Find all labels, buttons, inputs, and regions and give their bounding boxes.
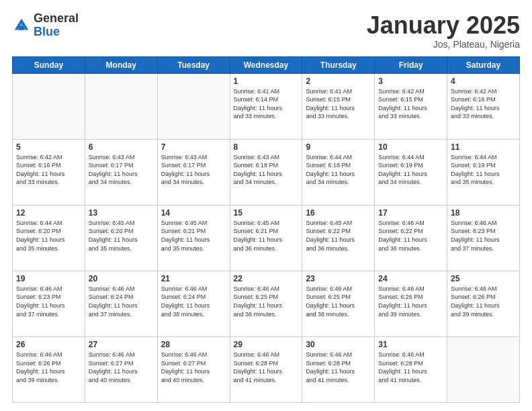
col-thursday: Thursday [302, 56, 375, 73]
day-info: Sunrise: 6:43 AM Sunset: 6:17 PM Dayligh… [161, 153, 226, 187]
day-info: Sunrise: 6:46 AM Sunset: 6:27 PM Dayligh… [161, 351, 226, 384]
col-monday: Monday [85, 56, 157, 73]
table-row: 9Sunrise: 6:44 AM Sunset: 6:18 PM Daylig… [302, 139, 375, 205]
day-number: 15 [234, 208, 299, 218]
calendar-week-row: 5Sunrise: 6:42 AM Sunset: 6:16 PM Daylig… [13, 139, 520, 205]
day-number: 27 [89, 340, 154, 349]
table-row: 24Sunrise: 6:46 AM Sunset: 6:26 PM Dayli… [375, 271, 447, 336]
day-number: 23 [306, 274, 371, 283]
day-number: 24 [378, 274, 443, 283]
table-row: 29Sunrise: 6:46 AM Sunset: 6:28 PM Dayli… [230, 336, 302, 402]
day-info: Sunrise: 6:45 AM Sunset: 6:21 PM Dayligh… [161, 219, 226, 253]
table-row: 1Sunrise: 6:41 AM Sunset: 6:14 PM Daylig… [230, 73, 302, 139]
table-row: 17Sunrise: 6:46 AM Sunset: 6:22 PM Dayli… [375, 205, 447, 271]
logo-icon [12, 16, 31, 35]
table-row: 4Sunrise: 6:42 AM Sunset: 6:16 PM Daylig… [447, 73, 520, 139]
table-row: 13Sunrise: 6:45 AM Sunset: 6:20 PM Dayli… [85, 205, 157, 271]
day-number: 12 [16, 208, 81, 218]
day-number: 1 [234, 77, 299, 86]
day-info: Sunrise: 6:42 AM Sunset: 6:15 PM Dayligh… [378, 87, 443, 121]
logo-text: General Blue [34, 12, 79, 39]
calendar-table: Sunday Monday Tuesday Wednesday Thursday… [12, 56, 520, 403]
day-info: Sunrise: 6:45 AM Sunset: 6:22 PM Dayligh… [306, 219, 371, 253]
table-row [85, 73, 157, 139]
day-info: Sunrise: 6:46 AM Sunset: 6:28 PM Dayligh… [306, 351, 371, 384]
table-row: 12Sunrise: 6:44 AM Sunset: 6:20 PM Dayli… [13, 205, 85, 271]
day-info: Sunrise: 6:43 AM Sunset: 6:18 PM Dayligh… [234, 153, 299, 187]
day-number: 13 [89, 208, 154, 218]
calendar-title: January 2025 [367, 12, 520, 39]
table-row: 2Sunrise: 6:41 AM Sunset: 6:15 PM Daylig… [302, 73, 375, 139]
day-number: 5 [16, 142, 81, 152]
table-row: 11Sunrise: 6:44 AM Sunset: 6:19 PM Dayli… [447, 139, 520, 205]
day-info: Sunrise: 6:46 AM Sunset: 6:23 PM Dayligh… [16, 285, 81, 318]
day-info: Sunrise: 6:46 AM Sunset: 6:28 PM Dayligh… [378, 351, 443, 384]
table-row: 27Sunrise: 6:46 AM Sunset: 6:27 PM Dayli… [85, 336, 157, 402]
day-number: 25 [451, 274, 516, 283]
day-number: 3 [378, 77, 443, 86]
day-info: Sunrise: 6:46 AM Sunset: 6:25 PM Dayligh… [234, 285, 299, 318]
day-info: Sunrise: 6:46 AM Sunset: 6:22 PM Dayligh… [378, 219, 443, 253]
table-row: 28Sunrise: 6:46 AM Sunset: 6:27 PM Dayli… [157, 336, 230, 402]
table-row: 16Sunrise: 6:45 AM Sunset: 6:22 PM Dayli… [302, 205, 375, 271]
day-number: 9 [306, 142, 371, 152]
header: General Blue January 2025 Jos, Plateau, … [12, 12, 520, 50]
day-number: 17 [378, 208, 443, 218]
logo-general-text: General [34, 12, 79, 26]
table-row: 25Sunrise: 6:46 AM Sunset: 6:26 PM Dayli… [447, 271, 520, 336]
day-number: 10 [378, 142, 443, 152]
table-row: 15Sunrise: 6:45 AM Sunset: 6:21 PM Dayli… [230, 205, 302, 271]
day-info: Sunrise: 6:42 AM Sunset: 6:16 PM Dayligh… [16, 153, 81, 187]
day-info: Sunrise: 6:41 AM Sunset: 6:15 PM Dayligh… [306, 87, 371, 121]
table-row: 19Sunrise: 6:46 AM Sunset: 6:23 PM Dayli… [13, 271, 85, 336]
day-info: Sunrise: 6:45 AM Sunset: 6:21 PM Dayligh… [234, 219, 299, 253]
day-info: Sunrise: 6:43 AM Sunset: 6:17 PM Dayligh… [89, 153, 154, 187]
day-info: Sunrise: 6:46 AM Sunset: 6:26 PM Dayligh… [451, 285, 516, 318]
day-info: Sunrise: 6:44 AM Sunset: 6:19 PM Dayligh… [451, 153, 516, 187]
day-info: Sunrise: 6:46 AM Sunset: 6:24 PM Dayligh… [89, 285, 154, 318]
page: General Blue January 2025 Jos, Plateau, … [0, 0, 532, 411]
table-row [157, 73, 230, 139]
col-sunday: Sunday [13, 56, 85, 73]
day-info: Sunrise: 6:45 AM Sunset: 6:20 PM Dayligh… [89, 219, 154, 253]
day-number: 22 [234, 274, 299, 283]
day-number: 14 [161, 208, 226, 218]
table-row: 21Sunrise: 6:46 AM Sunset: 6:24 PM Dayli… [157, 271, 230, 336]
table-row: 7Sunrise: 6:43 AM Sunset: 6:17 PM Daylig… [157, 139, 230, 205]
day-number: 28 [161, 340, 226, 349]
day-info: Sunrise: 6:41 AM Sunset: 6:14 PM Dayligh… [234, 87, 299, 121]
table-row: 26Sunrise: 6:46 AM Sunset: 6:26 PM Dayli… [13, 336, 85, 402]
day-info: Sunrise: 6:46 AM Sunset: 6:24 PM Dayligh… [161, 285, 226, 318]
day-number: 11 [451, 142, 516, 152]
table-row: 31Sunrise: 6:46 AM Sunset: 6:28 PM Dayli… [375, 336, 447, 402]
calendar-week-row: 1Sunrise: 6:41 AM Sunset: 6:14 PM Daylig… [13, 73, 520, 139]
table-row: 6Sunrise: 6:43 AM Sunset: 6:17 PM Daylig… [85, 139, 157, 205]
table-row: 22Sunrise: 6:46 AM Sunset: 6:25 PM Dayli… [230, 271, 302, 336]
table-row: 3Sunrise: 6:42 AM Sunset: 6:15 PM Daylig… [375, 73, 447, 139]
day-number: 8 [234, 142, 299, 152]
day-info: Sunrise: 6:46 AM Sunset: 6:25 PM Dayligh… [306, 285, 371, 318]
day-info: Sunrise: 6:46 AM Sunset: 6:27 PM Dayligh… [89, 351, 154, 384]
day-number: 20 [89, 274, 154, 283]
logo: General Blue [12, 12, 79, 39]
col-wednesday: Wednesday [230, 56, 302, 73]
day-number: 4 [451, 77, 516, 86]
calendar-week-row: 12Sunrise: 6:44 AM Sunset: 6:20 PM Dayli… [13, 205, 520, 271]
day-number: 26 [16, 340, 81, 349]
day-number: 18 [451, 208, 516, 218]
table-row [13, 73, 85, 139]
table-row: 8Sunrise: 6:43 AM Sunset: 6:18 PM Daylig… [230, 139, 302, 205]
title-block: January 2025 Jos, Plateau, Nigeria [367, 12, 520, 50]
day-number: 29 [234, 340, 299, 349]
table-row: 23Sunrise: 6:46 AM Sunset: 6:25 PM Dayli… [302, 271, 375, 336]
calendar-location: Jos, Plateau, Nigeria [367, 39, 520, 50]
col-tuesday: Tuesday [157, 56, 230, 73]
day-number: 2 [306, 77, 371, 86]
day-info: Sunrise: 6:46 AM Sunset: 6:26 PM Dayligh… [16, 351, 81, 384]
day-number: 19 [16, 274, 81, 283]
calendar-week-row: 26Sunrise: 6:46 AM Sunset: 6:26 PM Dayli… [13, 336, 520, 402]
calendar-header-row: Sunday Monday Tuesday Wednesday Thursday… [13, 56, 520, 73]
table-row: 20Sunrise: 6:46 AM Sunset: 6:24 PM Dayli… [85, 271, 157, 336]
day-info: Sunrise: 6:46 AM Sunset: 6:23 PM Dayligh… [451, 219, 516, 253]
day-info: Sunrise: 6:44 AM Sunset: 6:18 PM Dayligh… [306, 153, 371, 187]
